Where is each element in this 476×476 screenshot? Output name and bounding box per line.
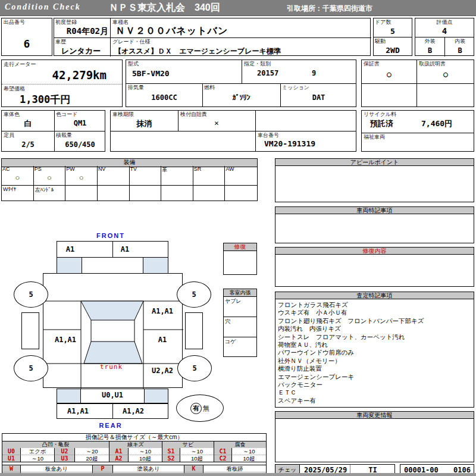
displacement-value: 1600CC: [126, 93, 202, 102]
assessment-line: スペアキー有: [275, 397, 474, 405]
equipment-cell: PW○: [65, 166, 98, 186]
class-number-value2: 9: [312, 69, 316, 77]
brand-logo: Condition Check: [5, 2, 81, 12]
doors-value: 5: [374, 27, 412, 36]
mark-rear-bumper-left: A1,A1: [67, 407, 89, 415]
recycle-fee: 7,460円: [421, 118, 452, 129]
color-code-value: QM1: [54, 119, 106, 127]
class-number-value: 20157: [257, 69, 278, 77]
drive-label: 駆動: [375, 38, 386, 44]
interior-value: B: [445, 46, 475, 55]
recycle-status: 預託済: [370, 118, 393, 129]
equipment-extra: 左ﾊﾝﾄﾞﾙ: [34, 186, 66, 201]
legend-group-header: 凸凹・亀裂 線キズ サビ 腐食: [2, 441, 266, 448]
tire-rear-left: 5: [14, 355, 48, 381]
assessment-line: フロント廻り飛石キズ フロントバンパー下部キズ: [275, 317, 474, 325]
drive-value: 2WD: [374, 46, 412, 55]
bottom-strip: [0, 473, 476, 476]
damage-legend-table: 損傷記号＆損傷サイズ（～最大cm） 凸凹・亀裂 線キズ サビ 腐食 U0エクボ …: [2, 433, 267, 476]
capacity-label: 定員: [4, 132, 14, 138]
assessment-line: 内装汚れ 内張りキズ: [275, 325, 474, 333]
first-registration-label: 初度登録: [55, 19, 77, 25]
mark-trunk: trunk: [100, 363, 123, 371]
grade-label: グレード・仕様: [112, 39, 151, 45]
inspection-label: 車検期限: [112, 111, 134, 117]
legend-group: 凸凹・亀裂: [2, 441, 109, 448]
spec-box: 型式 5BF-VM20 指定・類別 20157 9 排気量 1600CC 燃料 …: [126, 60, 356, 107]
cabin-interior-header: 客室内張: [223, 289, 257, 297]
recycle-label: リサイクル料: [364, 111, 396, 117]
repair-detail-body: [275, 254, 474, 287]
legend-group: 線キズ: [109, 441, 162, 448]
price-value: 1,300千円: [20, 93, 70, 107]
equipment-cell: SR: [193, 166, 226, 186]
auction-sheet: Condition Check ＮＰＳ東京入札会 340回 引取場所：千葉県四街…: [0, 0, 476, 476]
warranty-label: 保証書: [364, 61, 380, 67]
model-code-label: 型式: [128, 61, 139, 67]
legend-row2: U1～10 U320超 A210超 S210超 C210超: [2, 455, 266, 462]
body-color-value: 白: [2, 118, 54, 129]
price-label: 希望価格: [4, 86, 25, 92]
equipment-cell: PS○: [34, 166, 66, 186]
exterior-label: 外装: [415, 38, 444, 44]
spare-tire-indicator: 有 無: [176, 394, 224, 422]
history-label: 車歴: [55, 39, 66, 45]
inspection-chassis-box: 車検期限 抹消 検付自賠責 × 車台番号 VM20-191319: [110, 110, 356, 152]
equipment-extra: [161, 186, 193, 201]
model-name-value: ＮＶ２００バネットバン: [115, 25, 228, 37]
exterior-value: B: [415, 46, 444, 55]
mission-label: ミッション: [282, 84, 309, 90]
model-name-label: 車種名: [112, 19, 129, 25]
equipment-cell: NV: [98, 166, 130, 186]
assessment-line: 荷物室ＡＵ、汚れ: [275, 341, 474, 349]
equipment-cell: AW: [225, 166, 257, 186]
assessment-line: バックモニター: [275, 381, 474, 389]
right-side-rail: [185, 312, 203, 349]
assessment-line: シートスレ フロアマット、カーペット汚れ: [275, 333, 474, 341]
grade-value: 【オススメ】ＤＸ エマージェンシーブレーキ標準: [114, 46, 281, 57]
equipment-extra: [225, 186, 257, 201]
equipment-extra: [98, 186, 130, 201]
mark-front-bumper-left: A1: [66, 245, 74, 253]
mark-rear-gate: U0,U1: [102, 391, 123, 399]
exhibit-number-box: 出品番号 6: [1, 18, 52, 56]
equipment-extra: Wﾀｲﾔ: [2, 186, 34, 201]
exhibit-number-value: 6: [2, 37, 52, 50]
color-code-label: 色コード: [56, 111, 77, 117]
fuel-value: ｶﾞｿﾘﾝ: [202, 93, 280, 102]
welfare-label: 福祉車両: [364, 134, 385, 140]
pickup-location: 引取場所：千葉県四街道市: [287, 4, 372, 14]
interior-label: 内装: [445, 38, 475, 44]
tire-front-left: 5: [14, 281, 48, 308]
doors-label: ドア数: [375, 19, 391, 25]
legend-group: 腐食: [214, 441, 266, 448]
fuel-label: 燃料: [204, 84, 215, 90]
cabin-row-burn: コゲ: [224, 337, 256, 356]
chassis-label: 車台番号: [258, 132, 279, 138]
equipment-extra: [193, 186, 226, 201]
load-value: 650/450: [54, 140, 106, 149]
cabin-interior-body: ヤブレ 穴 コゲ: [223, 296, 257, 357]
odometer-price-box: 走行メーター 42,279km 希望価格 1,300千円: [1, 60, 123, 107]
mission-value: DAT: [280, 93, 357, 102]
history-value: レンタカー: [61, 46, 101, 57]
equipment-cell: TV: [130, 166, 162, 186]
mark-right-front-panel: A1,A1: [152, 307, 173, 315]
odometer-label: 走行メーター: [4, 61, 36, 67]
insurance-label: 検付自賠責: [180, 111, 207, 117]
repair-mini-body: [223, 250, 257, 275]
chassis-value: VM20-191319: [264, 139, 315, 148]
cabin-row-tear: ヤブレ: [224, 297, 256, 317]
equipment-extra: [130, 186, 162, 201]
cabin-row-hole: 穴: [224, 317, 256, 337]
legend-title: 損傷記号＆損傷サイズ（～最大cm）: [2, 434, 266, 441]
color-capacity-box: 車体色 白 色コード QM1 定員 2/5 積載量 650/450: [1, 110, 105, 152]
front-label: FRONT: [96, 232, 125, 239]
load-label: 積載量: [56, 132, 72, 138]
tire-rear-right: 5: [177, 355, 212, 381]
displacement-label: 排気量: [128, 84, 144, 90]
first-registration-value: R04年02月: [67, 26, 108, 37]
insurance-value: ×: [178, 118, 255, 127]
capacity-value: 2/5: [2, 140, 54, 149]
spare-no: 無: [203, 404, 209, 413]
